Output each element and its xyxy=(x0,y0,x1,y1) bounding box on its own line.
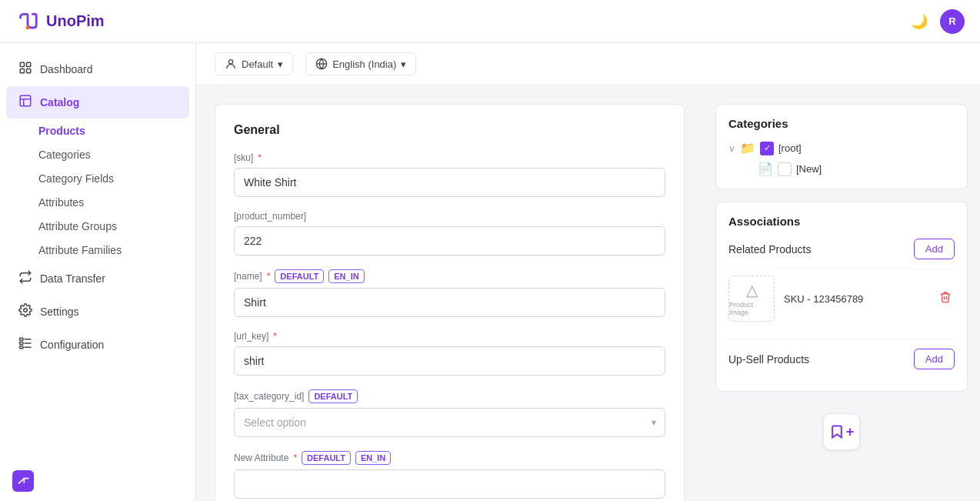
language-label: English (India) xyxy=(332,58,396,70)
product-number-input[interactable] xyxy=(234,226,665,256)
cat-chevron[interactable]: ∨ xyxy=(728,143,735,154)
related-product-row: △ Product Image SKU - 123456789 xyxy=(728,269,955,328)
product-image-icon: △ xyxy=(746,281,758,299)
fab-bookmark-icon xyxy=(829,424,845,439)
sub-header: Default ▾ English (India) ▾ xyxy=(196,43,980,85)
url-key-field-group: [url_key] * xyxy=(234,331,665,376)
product-thumbnail: △ Product Image xyxy=(728,276,775,322)
sidebar-label-catalog: Catalog xyxy=(40,96,79,109)
root-folder-icon: 📁 xyxy=(740,141,755,155)
svg-point-9 xyxy=(24,309,28,312)
delete-related-button[interactable] xyxy=(936,288,955,309)
sidebar-label-dashboard: Dashboard xyxy=(40,63,93,75)
related-products-label: Related Products xyxy=(728,243,811,256)
default-icon xyxy=(225,58,237,70)
dashboard-icon xyxy=(18,61,32,78)
root-checkbox[interactable]: ✓ xyxy=(760,142,774,155)
logo-text: UnoPim xyxy=(46,12,105,30)
up-sell-label: Up-Sell Products xyxy=(728,353,809,366)
sidebar-label-configuration: Configuration xyxy=(40,339,104,351)
new-attribute-label: New Attribute * DEFAULT EN_IN xyxy=(234,451,665,465)
sidebar-item-category-fields[interactable]: Category Fields xyxy=(32,167,189,190)
sidebar-item-settings[interactable]: Settings xyxy=(6,296,189,328)
new-attribute-field-group: New Attribute * DEFAULT EN_IN xyxy=(234,451,665,499)
root-label: [root] xyxy=(778,142,802,154)
sidebar-item-data-transfer[interactable]: Data Transfer xyxy=(6,262,189,295)
tax-category-label: [tax_category_id] DEFAULT xyxy=(234,389,665,403)
new-folder-icon: 📄 xyxy=(758,162,773,176)
sidebar-item-attribute-families[interactable]: Attribute Families xyxy=(32,239,189,262)
category-fields-label: Category Fields xyxy=(38,172,114,185)
categories-new-row: 📄 [New] xyxy=(747,162,955,176)
associations-panel: Associations Related Products Add △ Prod… xyxy=(715,202,968,392)
new-attribute-tag-locale: EN_IN xyxy=(355,451,391,465)
sidebar: Dashboard Catalog Products Categories Ca… xyxy=(0,43,196,501)
dark-mode-icon[interactable]: 🌙 xyxy=(911,13,928,30)
url-key-input[interactable] xyxy=(234,346,665,376)
related-products-header: Related Products Add xyxy=(728,239,955,259)
avatar[interactable]: R xyxy=(940,9,965,34)
sku-field-group: [sku] * xyxy=(234,152,665,197)
sidebar-label-settings: Settings xyxy=(40,306,79,318)
svg-rect-3 xyxy=(27,62,31,66)
topbar-right: 🌙 R xyxy=(911,9,965,34)
associations-title: Associations xyxy=(728,215,955,228)
fab-button[interactable]: + xyxy=(823,413,860,450)
catalog-icon xyxy=(18,94,32,111)
name-field-group: [name] * DEFAULT EN_IN xyxy=(234,269,665,317)
categories-root-row: ∨ 📁 ✓ [root] xyxy=(728,141,955,155)
categories-panel: Categories ∨ 📁 ✓ [root] 📄 [New] xyxy=(715,104,968,189)
trash-icon xyxy=(939,291,952,303)
product-image-label: Product Image xyxy=(729,301,774,316)
svg-point-16 xyxy=(228,60,232,64)
add-related-button[interactable]: Add xyxy=(914,239,955,259)
tax-category-field-group: [tax_category_id] DEFAULT Select option … xyxy=(234,389,665,437)
sidebar-item-configuration[interactable]: Configuration xyxy=(6,329,189,361)
tax-category-select-wrapper: Select option ▾ xyxy=(234,408,665,437)
default-chevron: ▾ xyxy=(278,58,283,70)
sidebar-item-attribute-groups[interactable]: Attribute Groups xyxy=(32,215,189,238)
categories-label: Categories xyxy=(38,149,91,161)
configuration-icon xyxy=(18,336,32,353)
form-card: General [sku] * [product_number] xyxy=(215,104,685,501)
sku-input[interactable] xyxy=(234,168,665,197)
right-panel: Categories ∨ 📁 ✓ [root] 📄 [New] xyxy=(703,85,980,501)
svg-rect-5 xyxy=(27,69,31,73)
main-content: Default ▾ English (India) ▾ General [sku… xyxy=(196,43,980,501)
default-dropdown[interactable]: Default ▾ xyxy=(215,52,293,75)
logo: UnoPim xyxy=(15,9,105,34)
svg-rect-4 xyxy=(20,69,24,73)
fab-plus-icon: + xyxy=(846,424,855,440)
sidebar-item-products[interactable]: Products xyxy=(32,119,189,142)
add-up-sell-button[interactable]: Add xyxy=(914,349,955,369)
url-key-required: * xyxy=(273,331,277,342)
language-icon xyxy=(315,58,328,70)
name-tag-locale: EN_IN xyxy=(328,269,364,283)
sidebar-item-catalog[interactable]: Catalog xyxy=(6,86,189,119)
attributes-label: Attributes xyxy=(38,196,84,209)
sku-required: * xyxy=(258,152,262,163)
name-tag-default: DEFAULT xyxy=(275,269,324,283)
form-panel: General [sku] * [product_number] xyxy=(196,85,703,501)
product-number-field-group: [product_number] xyxy=(234,211,665,256)
product-sku-label: SKU - 123456789 xyxy=(784,293,927,305)
svg-rect-12 xyxy=(20,346,24,349)
svg-point-1 xyxy=(26,25,30,29)
sidebar-item-categories[interactable]: Categories xyxy=(32,143,189,166)
sidebar-item-dashboard[interactable]: Dashboard xyxy=(6,53,189,85)
new-checkbox[interactable] xyxy=(778,162,792,176)
sidebar-bottom-area xyxy=(12,470,34,492)
bottom-action-icon[interactable] xyxy=(12,470,34,492)
new-attribute-input[interactable] xyxy=(234,469,665,499)
sidebar-item-attributes[interactable]: Attributes xyxy=(32,191,189,214)
language-dropdown[interactable]: English (India) ▾ xyxy=(305,52,416,75)
default-label: Default xyxy=(242,58,273,70)
svg-rect-10 xyxy=(20,338,24,340)
tax-category-select[interactable]: Select option xyxy=(234,408,665,437)
svg-rect-11 xyxy=(20,342,24,345)
name-input[interactable] xyxy=(234,288,665,317)
name-label: [name] * DEFAULT EN_IN xyxy=(234,269,665,283)
settings-icon xyxy=(18,303,32,320)
new-attribute-tag-default: DEFAULT xyxy=(302,451,351,465)
categories-title: Categories xyxy=(728,117,955,130)
